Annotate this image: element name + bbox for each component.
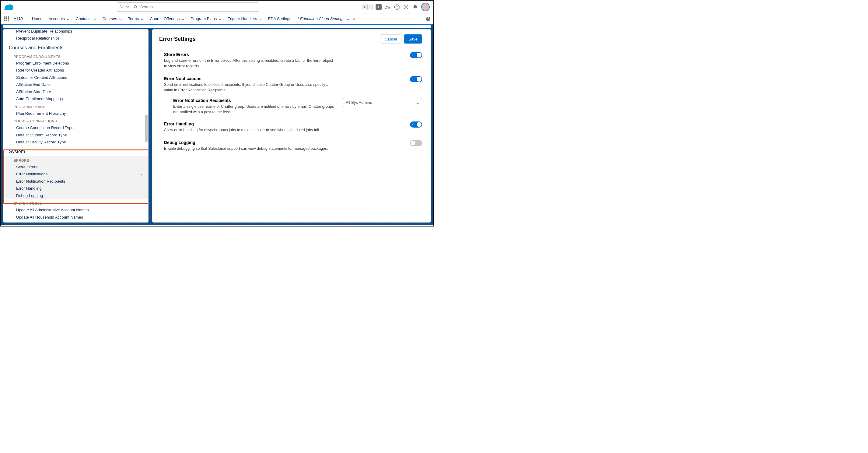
context-bar: EDA HomeAccountsContactsCoursesTermsCour… <box>1 13 433 25</box>
global-header: All ★ + ? <box>1 1 433 13</box>
sidebar-item[interactable]: Role for Created Affiliations <box>3 67 148 74</box>
sidebar-item[interactable]: Error Notifications <box>3 171 148 178</box>
sidebar-category-label: PROGRAM ENROLLMENTS <box>3 52 148 60</box>
sidebar-item[interactable]: Affiliation End Date <box>3 81 148 88</box>
app-launcher-icon[interactable] <box>1 13 13 24</box>
chevron-down-icon <box>259 17 262 21</box>
recipient-select[interactable]: All Sys Admins <box>343 98 422 107</box>
nav-item-label: EDA Settings <box>268 17 291 21</box>
chevron-down-icon <box>119 17 122 21</box>
close-tab-icon[interactable]: ✕ <box>352 17 355 21</box>
sidebar-item[interactable]: Error Notification Recipients <box>3 178 148 185</box>
sidebar-item[interactable]: Debug Logging <box>3 192 148 200</box>
sidebar-section-heading: Courses and Enrollments <box>3 42 148 52</box>
setting-name: Error Notification Recipients <box>173 98 336 103</box>
nav-item-course-offerings[interactable]: Course Offerings <box>147 13 187 24</box>
setting-name: Store Errors <box>164 52 403 57</box>
toggle-switch[interactable] <box>410 140 422 146</box>
sidebar-item[interactable]: Default Student Record Type <box>3 131 148 139</box>
chevron-down-icon <box>416 101 420 104</box>
nav-item-terms[interactable]: Terms <box>125 13 147 24</box>
sidebar-item[interactable]: Default Faculty Record Type <box>3 139 148 146</box>
sidebar-item[interactable]: Auto-Enrollment Mappings <box>3 95 148 102</box>
card-top-sliver <box>3 25 431 28</box>
sidebar-category-label: PROGRAM PLANS <box>3 102 148 110</box>
nav-item-label: Course Offerings <box>150 17 180 21</box>
sidebar-item[interactable]: Course Connection Record Types <box>3 124 148 131</box>
search-box[interactable] <box>131 2 259 11</box>
app-frame: All ★ + ? EDA HomeAccounts <box>0 0 434 227</box>
sidebar-category-label: ERRORS <box>3 156 148 163</box>
search-input[interactable] <box>140 5 256 9</box>
nav-item-contacts[interactable]: Contacts <box>73 13 99 24</box>
setting-description: Send error notifications to selected rec… <box>164 82 335 93</box>
toggle-switch[interactable] <box>410 121 422 127</box>
sidebar-item[interactable]: Affiliation Start Date <box>3 88 148 96</box>
sidebar-item[interactable]: Preferred Email and Preferred Phone <box>3 221 148 222</box>
global-search: All <box>116 2 259 11</box>
nav-item-label: Courses <box>102 17 117 21</box>
search-icon <box>134 5 138 9</box>
toggle-switch[interactable] <box>410 52 422 58</box>
svg-point-4 <box>405 6 407 8</box>
setting-description: Enter a single user name or Chatter grou… <box>173 104 336 115</box>
setting-name: Debug Logging <box>164 140 403 145</box>
info-icon[interactable]: i <box>426 17 430 21</box>
chevron-down-icon[interactable] <box>368 4 373 10</box>
sidebar-item[interactable]: Update All Administrative Account Names <box>3 206 148 214</box>
trailhead-icon[interactable] <box>385 4 391 10</box>
sidebar-item[interactable]: Plan Requirement Hierarchy <box>3 110 148 117</box>
sidebar-item[interactable]: Status for Created Affiliations <box>3 74 148 81</box>
nav-item-home[interactable]: Home <box>29 13 45 24</box>
setting-row: Error HandlingAllow error handling for a… <box>164 118 422 137</box>
global-actions-icon[interactable]: + <box>376 4 382 10</box>
nav-item-courses[interactable]: Courses <box>99 13 125 24</box>
sidebar-item[interactable]: Program Enrollment Deletions <box>3 60 148 67</box>
setting-row: Store ErrorsLog and store errors on the … <box>164 49 422 72</box>
chevron-down-icon <box>346 17 349 21</box>
save-button[interactable]: Save <box>404 34 422 43</box>
nav-item-label: Terms <box>128 17 139 21</box>
setting-description: Allow error handling for asynchronous jo… <box>164 127 335 133</box>
toggle-switch[interactable] <box>410 76 422 82</box>
setting-row: Error Notification RecipientsEnter a sin… <box>164 97 422 118</box>
chevron-down-icon <box>219 17 222 21</box>
app-name: EDA <box>13 13 29 24</box>
favorites-split-button[interactable]: ★ <box>362 4 373 10</box>
sidebar-item[interactable]: Update All Household Account Names <box>3 214 148 221</box>
nav-item-label: * Education Cloud Settings <box>297 17 344 21</box>
settings-list: Store ErrorsLog and store errors on the … <box>153 47 431 161</box>
setup-gear-icon[interactable] <box>403 4 409 10</box>
chevron-down-icon <box>126 5 129 8</box>
settings-detail-panel: Error Settings Cancel Save Store ErrorsL… <box>152 29 431 222</box>
nav-item-eda-settings[interactable]: EDA Settings <box>265 13 294 24</box>
sidebar-scrollbar[interactable] <box>145 115 148 142</box>
setting-description: Log and store errors on the Error object… <box>164 58 335 69</box>
sidebar-item[interactable]: Prevent Duplicate Relationships <box>3 30 148 35</box>
nav-items: HomeAccountsContactsCoursesTermsCourse O… <box>29 13 359 24</box>
chevron-down-icon <box>141 17 144 21</box>
cancel-button[interactable]: Cancel <box>380 34 401 43</box>
sidebar-item[interactable]: Reciprocal Relationships <box>3 35 148 42</box>
sidebar-item[interactable]: Store Errors <box>3 163 148 171</box>
user-avatar[interactable] <box>421 3 430 11</box>
nav-item-trigger-handlers[interactable]: Trigger Handlers <box>225 13 265 24</box>
search-scope-dropdown[interactable]: All <box>116 2 131 11</box>
nav-item-label: Trigger Handlers <box>228 17 257 21</box>
nav-item-label: Contacts <box>76 17 91 21</box>
sidebar-category-label: COURSE CONNECTIONS <box>3 117 148 124</box>
nav-item--education-cloud-settings[interactable]: * Education Cloud Settings✕ <box>294 13 359 24</box>
search-scope-label: All <box>119 5 123 9</box>
notifications-bell-icon[interactable] <box>412 4 418 10</box>
nav-item-accounts[interactable]: Accounts <box>45 13 73 24</box>
sidebar-item[interactable]: Error Handling <box>3 185 148 192</box>
help-icon[interactable]: ? <box>394 4 400 10</box>
nav-item-label: Accounts <box>49 17 65 21</box>
star-icon[interactable]: ★ <box>362 4 368 10</box>
chevron-down-icon <box>67 17 70 21</box>
sidebar-category-label: SYSTEM TOOLS <box>3 199 148 206</box>
svg-point-5 <box>415 8 416 9</box>
nav-item-program-plans[interactable]: Program Plans <box>187 13 225 24</box>
page-title: Error Settings <box>159 36 196 42</box>
setting-name: Error Handling <box>164 121 403 126</box>
